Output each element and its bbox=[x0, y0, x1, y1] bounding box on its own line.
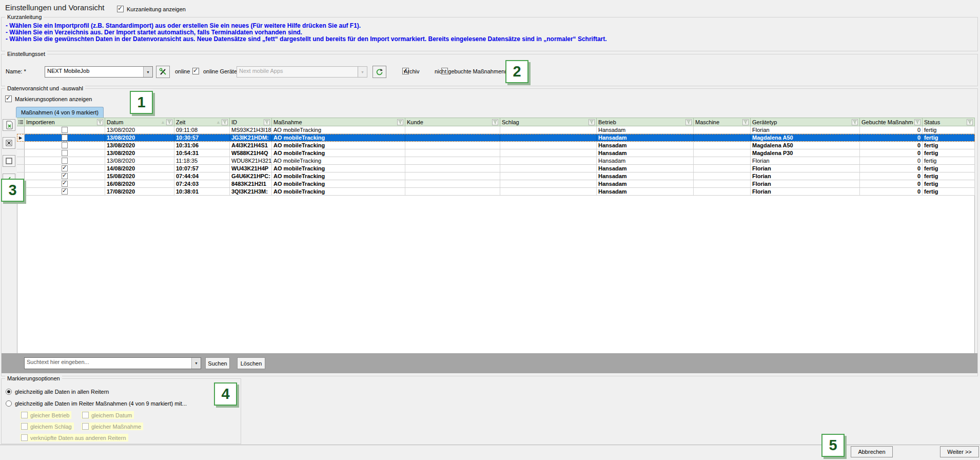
table-row[interactable]: 13/08/202011:18:35WDU8K21H3218AO mobileT… bbox=[17, 157, 975, 165]
filter-funnel-icon[interactable] bbox=[914, 119, 920, 125]
table-row[interactable]: 16/08/202007:24:038483K21H2I1AO mobileTr… bbox=[17, 180, 975, 188]
search-button[interactable]: Suchen bbox=[205, 357, 230, 369]
deselect-all-button[interactable] bbox=[3, 137, 15, 149]
filter-funnel-icon[interactable] bbox=[967, 119, 973, 125]
row-import-checkbox[interactable] bbox=[62, 127, 68, 133]
cell-importieren[interactable] bbox=[25, 172, 105, 180]
cancel-button[interactable]: Abbrechen bbox=[851, 446, 893, 457]
column-header-gebuchte[interactable]: Gebuchte Maßnahmen bbox=[860, 118, 923, 126]
chevron-down-icon: ▼ bbox=[358, 67, 367, 77]
column-header-geraetetyp[interactable]: Gerätetyp bbox=[751, 118, 860, 126]
column-chooser-header[interactable] bbox=[17, 118, 25, 126]
row-import-checkbox[interactable] bbox=[62, 158, 68, 164]
clear-selection-button[interactable] bbox=[3, 155, 15, 167]
column-header-importieren[interactable]: Importieren bbox=[25, 118, 105, 126]
cell-status: fertig bbox=[923, 172, 975, 180]
row-indicator-cell[interactable] bbox=[17, 157, 25, 164]
chevron-down-icon[interactable]: ▼ bbox=[191, 358, 201, 369]
refresh-button[interactable] bbox=[373, 66, 386, 78]
clear-search-button[interactable]: Löschen bbox=[237, 357, 265, 369]
online-checkbox[interactable] bbox=[192, 68, 199, 74]
profile-combobox[interactable]: NEXT MobileJob ▼ bbox=[45, 66, 153, 78]
filter-funnel-icon[interactable] bbox=[166, 119, 172, 125]
cell-datum: 13/08/2020 bbox=[105, 157, 174, 164]
filter-funnel-icon[interactable] bbox=[589, 119, 595, 125]
filter-funnel-icon[interactable] bbox=[264, 119, 270, 125]
table-row[interactable]: 13/08/202009:11:08MS93K21H3I18:AO mobile… bbox=[17, 126, 975, 134]
show-guide-checkbox[interactable]: Kurzanleitung anzeigen bbox=[117, 6, 186, 12]
column-header-label: Datum bbox=[107, 119, 160, 125]
cell-importieren[interactable] bbox=[25, 142, 105, 149]
row-indicator-cell[interactable]: ▶ bbox=[17, 134, 25, 141]
checkbox-icon[interactable] bbox=[117, 6, 124, 12]
row-import-checkbox[interactable] bbox=[62, 188, 68, 195]
cell-importieren[interactable] bbox=[25, 188, 105, 195]
cell-importieren[interactable] bbox=[25, 134, 105, 141]
table-row[interactable]: 13/08/202010:31:06A4I3K21H4S1AO mobileTr… bbox=[17, 142, 975, 149]
marking-options-checkbox[interactable]: Markierungsoptionen anzeigen bbox=[5, 95, 92, 102]
cell-importieren[interactable] bbox=[25, 180, 105, 187]
row-indicator-cell[interactable] bbox=[17, 142, 25, 149]
column-header-massnahme[interactable]: Maßnahme bbox=[272, 118, 405, 126]
table-row[interactable]: 14/08/202010:07:57WU43K21H4PAO mobileTra… bbox=[17, 165, 975, 172]
row-indicator-cell[interactable] bbox=[17, 126, 25, 133]
cell-massnahme: AO mobileTracking bbox=[272, 142, 405, 149]
filter-funnel-icon[interactable] bbox=[742, 119, 749, 125]
profile-tools-button[interactable] bbox=[156, 66, 170, 78]
cell-importieren[interactable] bbox=[25, 149, 105, 157]
radio-tab-only[interactable]: gleichzeitig alle Daten im Reiter Maßnah… bbox=[6, 400, 187, 407]
column-header-betrieb[interactable]: Betrieb bbox=[597, 118, 694, 126]
column-header-zeit[interactable]: Zeit▲ bbox=[174, 118, 230, 126]
chevron-down-icon[interactable]: ▼ bbox=[143, 67, 152, 77]
annotation-3: 3 bbox=[1, 179, 24, 202]
column-header-kunde[interactable]: Kunde bbox=[405, 118, 500, 126]
cell-schlag bbox=[500, 165, 597, 172]
annotation-1: 1 bbox=[130, 91, 153, 114]
row-indicator-cell[interactable] bbox=[17, 165, 25, 172]
cell-datum: 16/08/2020 bbox=[105, 180, 174, 187]
row-import-checkbox[interactable] bbox=[62, 142, 68, 148]
guide-line-2: - Wählen Sie ein Verzeichnis aus. Der Im… bbox=[6, 29, 302, 36]
radio-icon[interactable] bbox=[6, 389, 12, 395]
filter-funnel-icon[interactable] bbox=[97, 119, 103, 125]
row-indicator-cell[interactable] bbox=[17, 149, 25, 157]
cell-importieren[interactable] bbox=[25, 126, 105, 133]
search-input[interactable]: Suchtext hier eingeben... ▼ bbox=[24, 357, 201, 369]
next-button[interactable]: Weiter >> bbox=[940, 446, 979, 457]
table-row[interactable]: 15/08/202007:44:04G4U6K21HPC:AO mobileTr… bbox=[17, 172, 975, 180]
row-import-checkbox[interactable] bbox=[62, 173, 68, 179]
filter-funnel-icon[interactable] bbox=[685, 119, 692, 125]
column-header-status[interactable]: Status bbox=[923, 118, 975, 126]
column-header-label: Status bbox=[924, 119, 966, 125]
page-title: Einstellungen und Voransicht bbox=[5, 3, 104, 12]
row-import-checkbox[interactable] bbox=[62, 135, 68, 141]
cell-importieren[interactable] bbox=[25, 157, 105, 164]
cell-kunde bbox=[405, 142, 500, 149]
filter-funnel-icon[interactable] bbox=[852, 119, 858, 125]
row-import-checkbox[interactable] bbox=[62, 165, 68, 171]
cell-importieren[interactable] bbox=[25, 165, 105, 172]
radio-all-tabs[interactable]: gleichzeitig alle Daten in allen Reitern bbox=[6, 389, 109, 395]
column-header-schlag[interactable]: Schlag bbox=[500, 118, 597, 126]
table-row[interactable]: 13/08/202010:54:31W588K21H4QAO mobileTra… bbox=[17, 149, 975, 157]
checkbox-icon[interactable] bbox=[5, 95, 12, 102]
filter-funnel-icon[interactable] bbox=[397, 119, 403, 125]
select-all-button[interactable] bbox=[3, 119, 15, 131]
cell-schlag bbox=[500, 142, 597, 149]
linked-data-label: verknüpfte Daten aus anderen Reitern bbox=[30, 435, 126, 441]
table-row[interactable]: 17/08/202010:38:013QI3K21H3M:AO mobileTr… bbox=[17, 188, 975, 196]
radio-icon[interactable] bbox=[6, 400, 12, 407]
cell-id: G4U6K21HPC: bbox=[230, 172, 272, 180]
table-row[interactable]: ▶13/08/202010:30:57JG3IK21HDM:AO mobileT… bbox=[17, 134, 975, 142]
tab-massnahmen[interactable]: Maßnahmen (4 von 9 markiert) bbox=[16, 107, 104, 118]
column-header-maschine[interactable]: Maschine bbox=[694, 118, 751, 126]
column-header-id[interactable]: ID bbox=[230, 118, 272, 126]
cell-betrieb: Hansadam bbox=[597, 165, 694, 172]
filter-funnel-icon[interactable] bbox=[492, 119, 498, 125]
column-header-datum[interactable]: Datum▲ bbox=[105, 118, 174, 126]
checkbox-icon bbox=[82, 412, 89, 418]
row-import-checkbox[interactable] bbox=[62, 150, 68, 156]
row-import-checkbox[interactable] bbox=[62, 181, 68, 187]
cell-kunde bbox=[405, 149, 500, 157]
filter-funnel-icon[interactable] bbox=[222, 119, 228, 125]
